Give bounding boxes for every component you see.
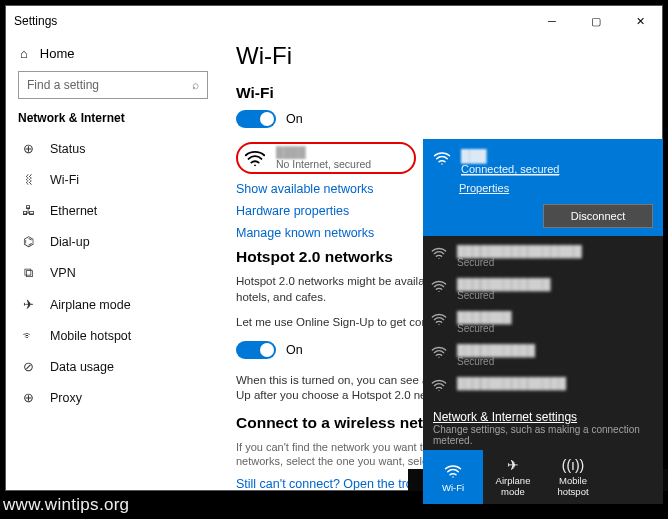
nav-icon: ✈ <box>20 297 36 312</box>
hotspot-toggle[interactable] <box>236 341 276 359</box>
tile-label: Mobile hotspot <box>543 475 603 497</box>
tile-hotspot[interactable]: ((ı)) Mobile hotspot <box>543 450 603 504</box>
network-security: Secured <box>457 290 551 301</box>
network-name: ███████ <box>457 311 512 323</box>
nav-icon: ᯤ <box>20 328 36 343</box>
network-security: Secured <box>457 323 512 334</box>
flyout-connected[interactable]: ███ Connected, secured Properties Discon… <box>423 139 663 236</box>
nav-icon: 🖧 <box>20 203 36 218</box>
disconnect-button[interactable]: Disconnect <box>543 204 653 228</box>
wifi-icon <box>431 278 447 294</box>
network-name: ████████████ <box>457 278 551 290</box>
nav-icon: ⊕ <box>20 141 36 156</box>
airplane-icon: ✈ <box>507 457 519 473</box>
sidebar-item-mobile-hotspot[interactable]: ᯤMobile hotspot <box>18 320 208 351</box>
nav-label: Data usage <box>50 360 114 374</box>
flyout-ssid: ███ <box>461 149 559 163</box>
current-network-card[interactable]: ████ No Internet, secured <box>236 142 416 174</box>
nav-label: Status <box>50 142 85 156</box>
network-name: ██████████ <box>457 344 535 356</box>
flyout-network-item[interactable]: ████████████Secured <box>429 273 657 306</box>
nav-label: Ethernet <box>50 204 97 218</box>
nav-icon: ⧛ <box>20 172 36 187</box>
watermark: www.wintips.org <box>3 495 129 515</box>
page-title: Wi-Fi <box>236 42 638 70</box>
search-input[interactable]: Find a setting ⌕ <box>18 71 208 99</box>
flyout-network-list: ████████████████Secured████████████Secur… <box>423 236 663 404</box>
wifi-toggle-row: On <box>236 110 638 128</box>
tile-label: Airplane mode <box>483 475 543 497</box>
tile-label: Wi-Fi <box>442 482 464 493</box>
flyout-properties-link[interactable]: Properties <box>459 182 509 194</box>
flyout-network-item[interactable]: ███████Secured <box>429 306 657 339</box>
wifi-heading: Wi-Fi <box>236 84 638 102</box>
flyout-settings-link[interactable]: Network & Internet settings Change setti… <box>423 404 663 450</box>
flyout-status: Connected, secured <box>461 163 559 176</box>
nav-label: Wi-Fi <box>50 173 79 187</box>
flyout-network-item[interactable]: ████████████████Secured <box>429 240 657 273</box>
sidebar-item-proxy[interactable]: ⊕Proxy <box>18 382 208 413</box>
sidebar-item-dial-up[interactable]: ⌬Dial-up <box>18 226 208 257</box>
sidebar-item-wi-fi[interactable]: ⧛Wi-Fi <box>18 164 208 195</box>
wifi-toggle-label: On <box>286 112 303 126</box>
sidebar-home[interactable]: ⌂ Home <box>18 40 208 71</box>
flyout-tiles: Wi-Fi ✈ Airplane mode ((ı)) Mobile hotsp… <box>423 450 663 504</box>
flyout-settings-sub: Change settings, such as making a connec… <box>433 424 653 446</box>
close-button[interactable]: ✕ <box>618 6 662 36</box>
wifi-icon <box>431 311 447 327</box>
current-status: No Internet, secured <box>276 158 371 170</box>
wifi-icon <box>444 462 462 480</box>
search-icon: ⌕ <box>192 78 199 92</box>
wifi-icon <box>244 147 266 169</box>
nav-label: Airplane mode <box>50 298 131 312</box>
wifi-icon <box>431 245 447 261</box>
home-icon: ⌂ <box>20 46 28 61</box>
current-ssid: ████ <box>276 146 371 158</box>
settings-window: Settings ─ ▢ ✕ ⌂ Home Find a setting ⌕ N… <box>5 5 663 491</box>
sidebar-item-airplane-mode[interactable]: ✈Airplane mode <box>18 289 208 320</box>
tile-empty <box>603 450 663 504</box>
window-controls: ─ ▢ ✕ <box>530 6 662 36</box>
nav-label: VPN <box>50 266 76 280</box>
network-security: Secured <box>457 356 535 367</box>
sidebar-section-title: Network & Internet <box>18 111 208 125</box>
wifi-icon <box>433 149 451 167</box>
sidebar-item-vpn[interactable]: ⧉VPN <box>18 257 208 289</box>
titlebar: Settings ─ ▢ ✕ <box>6 6 662 36</box>
sidebar-item-status[interactable]: ⊕Status <box>18 133 208 164</box>
flyout-network-item[interactable]: ██████████Secured <box>429 339 657 372</box>
tile-wifi[interactable]: Wi-Fi <box>423 450 483 504</box>
wifi-icon <box>431 377 447 393</box>
hotspot-toggle-label: On <box>286 343 303 357</box>
nav-icon: ⧉ <box>20 265 36 281</box>
nav-icon: ⊘ <box>20 359 36 374</box>
sidebar-item-ethernet[interactable]: 🖧Ethernet <box>18 195 208 226</box>
network-name: ██████████████ <box>457 377 566 389</box>
network-flyout: ███ Connected, secured Properties Discon… <box>423 139 663 504</box>
window-title: Settings <box>14 14 530 28</box>
nav-label: Mobile hotspot <box>50 329 131 343</box>
nav-label: Proxy <box>50 391 82 405</box>
home-label: Home <box>40 46 75 61</box>
minimize-button[interactable]: ─ <box>530 6 574 36</box>
search-placeholder: Find a setting <box>27 78 99 92</box>
sidebar: ⌂ Home Find a setting ⌕ Network & Intern… <box>6 36 216 490</box>
flyout-network-item[interactable]: ██████████████ <box>429 372 657 398</box>
nav-icon: ⊕ <box>20 390 36 405</box>
nav-icon: ⌬ <box>20 234 36 249</box>
nav-label: Dial-up <box>50 235 90 249</box>
flyout-settings-title: Network & Internet settings <box>433 410 653 424</box>
network-security: Secured <box>457 257 582 268</box>
hotspot-icon: ((ı)) <box>562 457 585 473</box>
wifi-toggle[interactable] <box>236 110 276 128</box>
wifi-icon <box>431 344 447 360</box>
sidebar-item-data-usage[interactable]: ⊘Data usage <box>18 351 208 382</box>
network-name: ████████████████ <box>457 245 582 257</box>
maximize-button[interactable]: ▢ <box>574 6 618 36</box>
tile-airplane[interactable]: ✈ Airplane mode <box>483 450 543 504</box>
